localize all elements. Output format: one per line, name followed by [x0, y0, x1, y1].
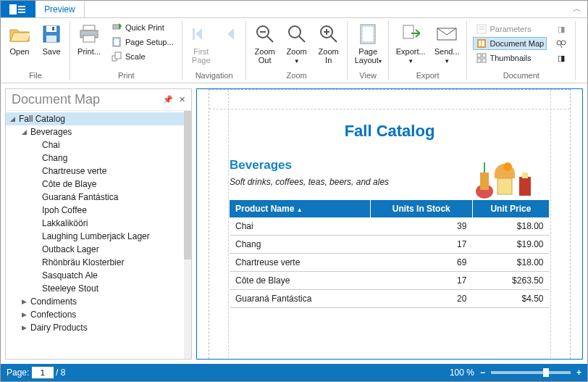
first-page-button: FirstPage [185, 20, 217, 66]
products-table: Product Name ▲Units In StockUnit Price C… [230, 200, 550, 308]
scale-button[interactable]: Scale [108, 50, 177, 63]
svg-rect-28 [403, 25, 413, 38]
svg-rect-15 [115, 52, 121, 59]
save-button[interactable]: Save [35, 20, 67, 57]
svg-rect-26 [361, 25, 375, 43]
group-print-label: Print [118, 71, 135, 81]
page-total: / 8 [56, 368, 65, 378]
table-row: Chang17$19.00 [230, 236, 550, 254]
tree-node[interactable]: ◢Fall Catalog [6, 112, 191, 125]
tree-node[interactable]: ▶Dairy Products [6, 321, 191, 334]
table-row: Chai39$18.00 [230, 217, 550, 236]
svg-rect-36 [477, 54, 481, 57]
svg-rect-3 [18, 12, 25, 13]
zoom-slider[interactable] [491, 371, 571, 374]
prev-page-button [217, 20, 243, 49]
tree-scrollbar[interactable] [184, 111, 191, 359]
tree-node[interactable]: Outback Lager [6, 243, 191, 256]
tree-node[interactable]: ◢Beverages [6, 125, 191, 138]
zoom-out-button[interactable]: ZoomOut [249, 20, 281, 66]
zoom-plus-icon[interactable]: + [576, 368, 581, 378]
group-doc-label: Document [503, 71, 539, 81]
category-image [469, 159, 541, 200]
group-zoom-label: Zoom [287, 71, 307, 81]
table-row: Côte de Blaye17$263.50 [230, 272, 550, 290]
report-page: Fall Catalog Beverages Soft drinks, coff… [209, 89, 571, 360]
tree-node[interactable]: Chartreuse verte [6, 165, 191, 178]
document-tree[interactable]: ◢Fall Catalog◢BeveragesChaiChangChartreu… [6, 111, 191, 359]
tree-node[interactable]: Guaraná Fantástica [6, 191, 191, 204]
svg-rect-37 [482, 54, 486, 57]
tree-node[interactable]: Steeleye Stout [6, 282, 191, 295]
thumbnails-button[interactable]: Thumbnails [473, 51, 547, 65]
table-row: Chartreuse verte69$18.00 [230, 254, 550, 272]
collapse-ribbon-icon[interactable]: ︿ [573, 3, 581, 15]
svg-rect-38 [477, 59, 481, 62]
document-map-button[interactable]: Document Map [473, 37, 547, 50]
svg-line-21 [299, 36, 305, 42]
tree-node[interactable]: Lakkalikööri [6, 217, 191, 230]
thumbs-pane-icon[interactable]: ◨ [553, 51, 570, 65]
find-button[interactable] [553, 37, 570, 50]
document-map-title: Document Map [12, 92, 100, 107]
status-bar: Page: / 8 100 % − + [1, 364, 587, 381]
preview-area[interactable]: Fall Catalog Beverages Soft drinks, coff… [196, 88, 583, 360]
page-layout-button[interactable]: PageLayout▾ [350, 20, 386, 66]
svg-point-20 [289, 26, 301, 38]
open-button[interactable]: Open [4, 20, 35, 57]
svg-rect-34 [479, 41, 481, 46]
pin-icon[interactable]: 📌 [163, 95, 173, 104]
zoom-value: 100 % [450, 368, 474, 378]
tree-node[interactable]: Rhönbräu Klosterbier [6, 256, 191, 269]
print-button[interactable]: Print... [73, 20, 105, 57]
zoom-in-button[interactable]: ZoomIn [313, 20, 345, 66]
group-export-label: Export [416, 71, 440, 81]
params-pane-icon: ◨ [553, 22, 570, 36]
svg-rect-35 [482, 41, 484, 46]
svg-rect-5 [46, 26, 56, 32]
svg-rect-6 [46, 36, 56, 42]
tab-preview[interactable]: Preview [35, 1, 85, 17]
svg-rect-1 [18, 6, 25, 7]
page-setup-button[interactable]: Page Setup... [108, 36, 177, 49]
page-label: Page: [7, 368, 29, 378]
svg-line-25 [331, 36, 337, 42]
tree-node[interactable]: Sasquatch Ale [6, 269, 191, 282]
svg-rect-2 [18, 9, 25, 10]
svg-rect-16 [193, 28, 195, 40]
svg-rect-8 [83, 25, 95, 30]
tree-node[interactable]: ▶Condiments [6, 295, 191, 308]
svg-rect-45 [497, 178, 512, 194]
svg-point-48 [503, 162, 512, 171]
close-icon[interactable]: ✕ [179, 95, 185, 104]
tree-node[interactable]: Chai [6, 138, 191, 151]
svg-line-42 [560, 45, 562, 48]
group-view-label: View [359, 71, 377, 81]
svg-point-40 [557, 41, 561, 45]
tree-node[interactable]: Côte de Blaye [6, 178, 191, 191]
tree-node[interactable]: Chang [6, 151, 191, 165]
group-nav-label: Navigation [196, 71, 233, 81]
zoom-button[interactable]: Zoom▼ [281, 20, 313, 66]
svg-rect-39 [482, 59, 486, 62]
zoom-minus-icon[interactable]: − [480, 368, 485, 378]
svg-rect-0 [9, 4, 17, 14]
svg-rect-47 [522, 173, 528, 178]
page-input[interactable] [32, 367, 54, 378]
tree-node[interactable]: ▶Confections [6, 308, 191, 321]
app-icon[interactable] [1, 1, 35, 17]
tree-node[interactable]: Laughing Lumberjack Lager [6, 230, 191, 243]
tree-node[interactable]: Ipoh Coffee [6, 204, 191, 217]
export-button[interactable]: Export...▼ [392, 20, 430, 66]
document-map-panel: Document Map 📌 ✕ ◢Fall Catalog◢Beverages… [5, 88, 192, 360]
svg-point-41 [561, 41, 566, 45]
quick-print-button[interactable]: Quick Print [108, 21, 177, 34]
report-title: Fall Catalog [230, 122, 550, 141]
svg-rect-7 [52, 27, 54, 30]
parameters-button: Parameters [473, 22, 547, 36]
send-button[interactable]: Send...▼ [430, 20, 464, 66]
ribbon: Open Save File Print... Quick Print Page… [1, 18, 587, 83]
svg-rect-10 [83, 36, 95, 42]
svg-rect-46 [519, 177, 531, 196]
table-row: Guaraná Fantástica20$4.50 [230, 290, 550, 308]
